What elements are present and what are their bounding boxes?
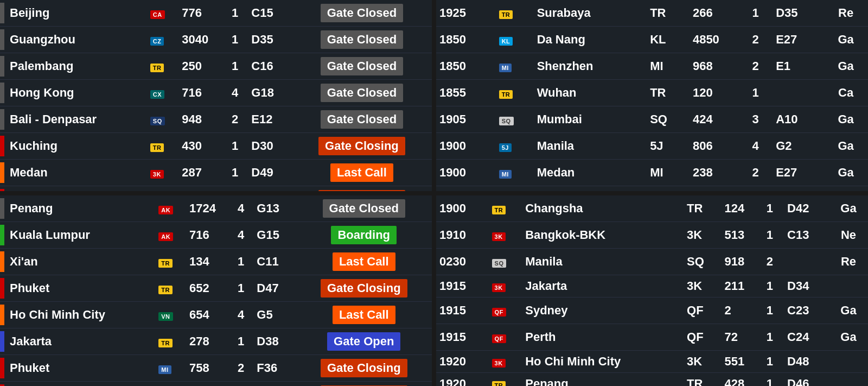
status-indicator	[0, 225, 4, 245]
status-indicator	[0, 331, 4, 352]
airline-badge: TR	[150, 64, 164, 72]
table-row: 1900 5J Manila 5J 806 4 G2 Ga	[436, 133, 868, 160]
flight-number-cell: 948	[178, 106, 228, 133]
table-row: San Francisco UK 8002 3 B10 Gate Closing	[0, 381, 432, 386]
airline-badge: AK	[158, 206, 173, 214]
status-cell: Last Call	[292, 160, 432, 186]
flight-number-cell: 278	[186, 328, 234, 355]
destination-cell: Hong Kong	[7, 80, 147, 106]
status-indicator	[0, 83, 4, 103]
terminal-cell: 1	[228, 133, 248, 160]
terminal-cell: 4	[228, 80, 248, 106]
destination-cell: Kuching	[7, 133, 147, 160]
status-cell	[829, 275, 868, 297]
time-cell: 1900	[436, 186, 496, 191]
airline-badge: QF	[492, 308, 506, 317]
table-row: Penang AK 1724 4 G13 Gate Closed	[0, 195, 432, 222]
table-row: 1850 KL Da Nang KL 4850 2 E27 Ga	[436, 27, 868, 53]
status-badge: Gate Closed	[321, 4, 403, 22]
destination-cell: Phuket	[7, 275, 155, 301]
flight-code-cell: MI	[647, 186, 690, 191]
status-cell: Ne	[829, 222, 868, 248]
status-cell: Gate Closed	[292, 27, 432, 53]
status-indicator	[0, 358, 4, 378]
flight-code-cell: MI	[647, 160, 690, 186]
status-cell: Ca	[824, 80, 868, 106]
gate-cell: G2	[773, 133, 824, 160]
airline-code-cell: TR	[155, 275, 186, 301]
flight-number-cell: 758	[186, 355, 234, 381]
airline-badge: MI	[499, 64, 512, 72]
flight-number-cell: 408	[178, 186, 228, 191]
status-badge: Ga	[837, 30, 854, 49]
table-row: Jakarta TR 278 1 D38 Gate Open	[0, 328, 432, 355]
gate-cell: D48	[784, 350, 829, 372]
status-indicator	[0, 251, 4, 272]
status-indicator	[0, 305, 4, 325]
gate-cell: C11	[253, 248, 296, 275]
terminal-cell: 1	[763, 350, 784, 372]
terminal-cell: 1	[234, 275, 253, 301]
gate-cell: D30	[248, 133, 292, 160]
table-row: Kuala Lumpur AK 716 4 G15 Boarding	[0, 222, 432, 248]
status-badge: Gate Closed	[323, 199, 405, 218]
airline-badge: MI	[499, 170, 512, 179]
status-cell	[829, 350, 868, 372]
flight-number-cell: 1724	[186, 195, 234, 222]
destination-cell: Mumbai	[534, 106, 647, 133]
flight-number-cell: 513	[721, 222, 763, 248]
gate-cell: D44	[248, 186, 292, 191]
terminal-cell: 4	[749, 133, 773, 160]
table-row: 1910 3K Bangkok-BKK 3K 513 1 C13 Ne	[436, 222, 868, 248]
gate-cell: D49	[248, 160, 292, 186]
status-cell: Gate Closing	[292, 186, 432, 191]
gate-cell: C23	[784, 297, 829, 324]
airline-code-cell: AK	[155, 222, 186, 248]
table-row: 1855 TR Wuhan TR 120 1 Ca	[436, 80, 868, 106]
flight-number-cell: 211	[721, 275, 763, 297]
gate-cell: A10	[773, 106, 824, 133]
gate-cell	[773, 80, 824, 106]
flight-number-cell: 968	[690, 53, 749, 80]
table-row: 1905 SQ Mumbai SQ 424 3 A10 Ga	[436, 106, 868, 133]
table-row: Beijing CA 776 1 C15 Gate Closed	[0, 0, 432, 27]
status-badge: Ga	[837, 137, 854, 155]
destination-cell: Medan	[534, 160, 647, 186]
status-indicator	[0, 3, 4, 23]
time-cell: 1855	[436, 80, 496, 106]
destination-cell: Medan	[7, 160, 147, 186]
status-badge: Ga	[839, 328, 857, 346]
destination-cell: Ho Chi Minh City	[522, 350, 684, 372]
flight-number-cell: 8002	[186, 381, 234, 386]
status-badge: Gate Closed	[321, 84, 403, 102]
terminal-cell: 1	[228, 0, 248, 27]
airline-badge: QF	[492, 334, 506, 343]
table-row: 1915 QF Perth QF 72 1 C24 Ga	[436, 324, 868, 350]
airline-code-cell: TR	[147, 53, 178, 80]
airline-badge: TR	[499, 10, 513, 19]
gate-cell: B10	[253, 381, 296, 386]
status-cell: Gate Closing	[292, 133, 432, 160]
destination-cell: Beijing	[7, 0, 147, 27]
time-cell: 1920	[436, 350, 489, 372]
terminal-cell: 3	[749, 106, 773, 133]
terminal-cell: 1	[749, 80, 773, 106]
gate-cell: G15	[253, 222, 296, 248]
destination-cell: Penang	[7, 195, 155, 222]
table-row: 1900 MI Medan MI 238 2 E27 Ga	[436, 160, 868, 186]
status-indicator	[0, 189, 4, 191]
flight-code-cell: TR	[647, 80, 690, 106]
terminal-cell: 4	[234, 301, 253, 328]
gate-cell: D34	[784, 275, 829, 297]
gate-cell: F52	[773, 186, 824, 191]
status-cell: Gate Closed	[292, 53, 432, 80]
status-badge: Gate Open	[327, 332, 400, 351]
terminal-cell: 1	[763, 324, 784, 350]
airline-code-cell: MI	[155, 355, 186, 381]
flight-code-cell: TR	[647, 0, 690, 27]
status-cell: Ga	[829, 297, 868, 324]
status-badge: Re	[837, 4, 854, 22]
gate-cell: C16	[248, 53, 292, 80]
flight-code-cell: 5J	[647, 133, 690, 160]
destination-cell: Palembang	[7, 53, 147, 80]
